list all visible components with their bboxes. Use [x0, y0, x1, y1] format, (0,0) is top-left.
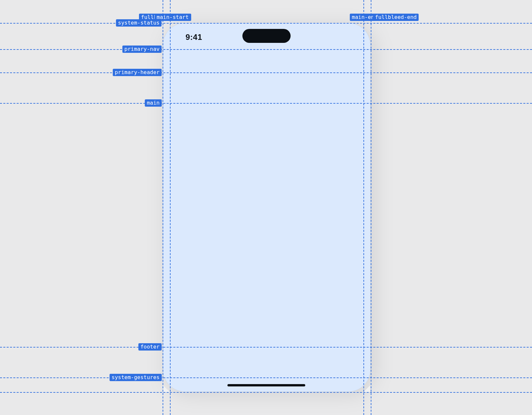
- label-primary-nav: primary-nav: [122, 46, 162, 53]
- label-primary-header: primary-header: [113, 69, 162, 76]
- corner-wedge-bl: [163, 385, 170, 392]
- label-system-status: system-status: [116, 19, 162, 27]
- device-frame: [163, 23, 370, 392]
- label-main: main: [145, 99, 162, 107]
- label-system-gestures: system-gestures: [110, 374, 162, 381]
- label-fullbleed-end: fullbleed-end: [373, 14, 419, 21]
- status-time: 9:41: [186, 33, 202, 42]
- dynamic-island: [242, 29, 291, 43]
- label-footer: footer: [138, 343, 162, 351]
- corner-wedge-br: [363, 385, 370, 392]
- home-indicator[interactable]: [227, 384, 305, 386]
